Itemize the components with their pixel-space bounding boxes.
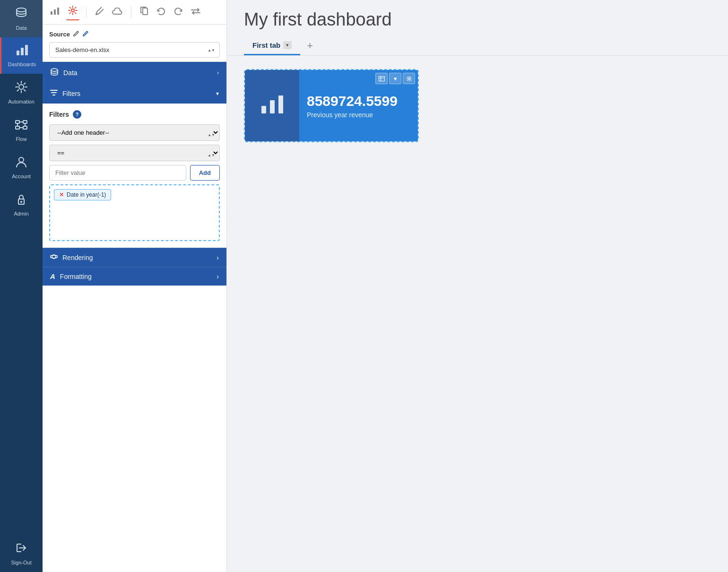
tab-first-tab-label: First tab <box>252 41 280 49</box>
filters-accordion-header[interactable]: Filters ▾ <box>43 83 226 104</box>
rendering-arrow: › <box>217 254 219 261</box>
toolbar-redo-icon[interactable] <box>172 5 184 19</box>
kpi-widget: ▾ 8589724.5599 Previous year revenue <box>244 69 419 142</box>
toolbar-barchart-icon[interactable] <box>48 5 61 19</box>
filter-header-select[interactable]: --Add one header-- <box>49 124 220 141</box>
sidebar-panel: Source Sales-demo-en.xlsx Other source <box>43 0 227 572</box>
filter-tag-label: Date in year(-1) <box>67 191 106 198</box>
account-icon <box>15 155 28 171</box>
kpi-value: 8589724.5599 <box>307 93 398 109</box>
svg-rect-13 <box>54 9 56 15</box>
svg-point-0 <box>17 8 26 12</box>
filters-accordion-label: Filters <box>62 90 80 97</box>
toolbar-swap-icon[interactable] <box>189 5 202 19</box>
main-content: My first dashboard First tab ▾ + <box>227 0 728 572</box>
tab-first-tab[interactable]: First tab ▾ <box>244 36 300 55</box>
filters-header-row: Filters ? <box>49 110 220 119</box>
svg-rect-5 <box>16 121 19 123</box>
source-edit-icon[interactable] <box>73 30 79 38</box>
nav-item-automation[interactable]: Automation <box>0 74 43 111</box>
svg-rect-7 <box>16 126 19 129</box>
filter-remove-x[interactable]: ✕ <box>59 191 64 198</box>
filters-content: Filters ? --Add one header-- == Add ✕ <box>43 104 226 248</box>
svg-rect-8 <box>23 126 27 129</box>
formatting-label: Formatting <box>60 273 92 280</box>
filter-tags-area: ✕ Date in year(-1) <box>49 184 220 241</box>
filters-help-icon[interactable]: ? <box>73 110 81 119</box>
nav-item-admin[interactable]: Admin <box>0 186 43 223</box>
svg-rect-2 <box>21 48 24 55</box>
source-label: Source <box>49 30 220 38</box>
kpi-dropdown-button[interactable]: ▾ <box>389 73 401 84</box>
data-accordion-arrow: › <box>217 69 219 76</box>
kpi-table-button[interactable] <box>375 73 388 84</box>
dashboards-icon <box>16 44 29 59</box>
rendering-label: Rendering <box>62 254 93 261</box>
kpi-icon-panel <box>245 70 299 141</box>
filter-add-button[interactable]: Add <box>190 165 220 181</box>
tab-dropdown-button[interactable]: ▾ <box>283 41 292 49</box>
nav-item-account[interactable]: Account <box>0 148 43 186</box>
svg-rect-6 <box>23 121 27 123</box>
filter-tag-0: ✕ Date in year(-1) <box>54 189 111 200</box>
formatting-icon: A <box>50 272 55 280</box>
kpi-controls: ▾ <box>375 73 415 84</box>
source-title-text: Source <box>49 31 70 38</box>
nav-item-signout[interactable]: Sign-Out <box>0 535 43 572</box>
svg-point-4 <box>19 85 24 89</box>
nav-label-data: Data <box>16 25 26 31</box>
nav-item-flow[interactable]: Flow <box>0 111 43 148</box>
toolbar-divider2 <box>131 7 131 18</box>
main-header: My first dashboard <box>227 0 728 36</box>
svg-point-18 <box>51 69 58 71</box>
left-navigation: Data Dashboards Automation <box>0 0 43 572</box>
filter-operator-select-wrapper: == <box>49 145 220 165</box>
filters-accordion-left: Filters <box>50 89 80 98</box>
database-icon <box>15 7 28 23</box>
toolbar-brush-icon[interactable] <box>93 4 105 20</box>
toolbar-undo-icon[interactable] <box>155 5 167 19</box>
source-section: Source Sales-demo-en.xlsx Other source <box>43 25 226 62</box>
filter-input-wrap <box>49 165 186 181</box>
data-accordion-header[interactable]: Data › <box>43 62 226 83</box>
svg-point-9 <box>19 157 24 162</box>
formatting-arrow: › <box>217 273 219 280</box>
filters-title: Filters <box>49 111 69 118</box>
kpi-settings-button[interactable] <box>403 73 415 84</box>
tab-add-button[interactable]: + <box>302 38 318 54</box>
source-select-wrapper: Sales-demo-en.xlsx Other source <box>49 42 220 58</box>
formatting-accordion-left: A Formatting <box>50 272 92 280</box>
svg-rect-1 <box>17 51 19 55</box>
nav-label-dashboards: Dashboards <box>8 61 36 67</box>
filter-value-input[interactable] <box>49 165 186 181</box>
svg-point-11 <box>20 201 22 203</box>
formatting-accordion-header[interactable]: A Formatting › <box>43 267 226 286</box>
filter-operator-select[interactable]: == <box>49 145 220 161</box>
source-pencil-icon[interactable] <box>82 30 89 38</box>
filter-value-row: Add <box>49 165 220 181</box>
nav-item-dashboards[interactable]: Dashboards <box>0 37 43 74</box>
filter-header-select-wrapper: --Add one header-- <box>49 124 220 145</box>
automation-icon <box>15 80 28 96</box>
svg-rect-23 <box>278 95 283 113</box>
admin-icon <box>15 192 28 208</box>
svg-point-16 <box>96 13 98 15</box>
source-select[interactable]: Sales-demo-en.xlsx Other source <box>49 42 220 58</box>
data-accordion-icon <box>50 68 59 78</box>
toolbar-settings-icon[interactable] <box>66 4 79 20</box>
toolbar-cloud-icon[interactable] <box>110 5 124 19</box>
toolbar-copy-icon[interactable] <box>138 4 150 20</box>
nav-label-signout: Sign-Out <box>11 560 31 565</box>
kpi-label: Previous year revenue <box>307 111 373 119</box>
kpi-chart-icon <box>260 93 284 119</box>
rendering-accordion-header[interactable]: Rendering › <box>43 248 226 267</box>
nav-item-data[interactable]: Data <box>0 0 43 37</box>
svg-rect-3 <box>25 45 28 55</box>
rendering-accordion-left: Rendering <box>50 253 93 261</box>
data-accordion-left: Data <box>50 68 78 78</box>
help-icon-text: ? <box>76 112 79 117</box>
svg-point-20 <box>50 255 58 258</box>
nav-label-account: Account <box>12 173 31 179</box>
kpi-data-panel: ▾ 8589724.5599 Previous year revenue <box>299 70 418 141</box>
nav-label-flow: Flow <box>16 136 26 142</box>
